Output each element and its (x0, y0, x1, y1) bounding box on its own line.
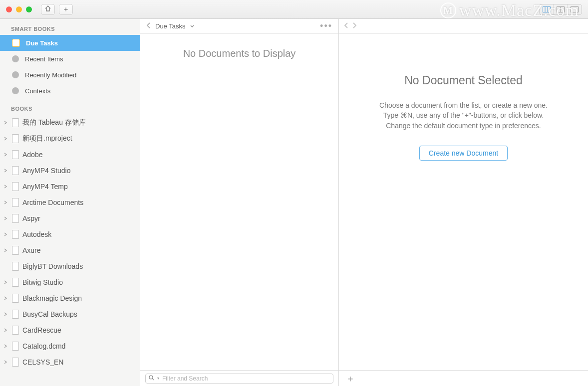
disclosure-triangle-icon[interactable] (3, 360, 8, 365)
sidebar: SMART BOOKS Due TasksRecent ItemsRecentl… (0, 19, 140, 386)
sidebar-smartbook-item[interactable]: Contexts (0, 83, 140, 99)
sidebar-book-item[interactable]: Adobe (0, 147, 140, 163)
detail-forward-button[interactable] (352, 22, 357, 31)
sidebar-item-label: Adobe (22, 151, 42, 159)
disclosure-triangle-icon[interactable] (3, 296, 8, 301)
chevron-down-icon[interactable] (190, 24, 194, 29)
main-content: SMART BOOKS Due TasksRecent ItemsRecentl… (0, 19, 588, 386)
document-icon (12, 326, 19, 335)
disclosure-triangle-icon[interactable] (3, 232, 8, 237)
sidebar-smartbook-item[interactable]: Recent Items (0, 51, 140, 67)
svg-rect-5 (571, 6, 579, 12)
more-options-button[interactable]: ••• (320, 21, 332, 31)
sidebar-book-item[interactable]: 我的 Tableau 存储库 (0, 115, 140, 131)
document-icon (12, 134, 19, 143)
sidebar-smartbook-item[interactable]: Due Tasks (0, 35, 140, 51)
search-input[interactable] (162, 375, 330, 382)
detail-help-line-1: Choose a document from the list, or crea… (379, 100, 548, 110)
sidebar-book-item[interactable]: CELSYS_EN (0, 354, 140, 370)
disclosure-triangle-icon[interactable] (3, 200, 8, 205)
sidebar-item-label: CardRescue (22, 326, 61, 334)
detail-back-button[interactable] (344, 22, 349, 31)
sidebar-item-label: Autodesk (22, 230, 51, 238)
empty-list-message: No Documents to Display (183, 48, 296, 59)
sidebar-book-item[interactable]: Blackmagic Design (0, 290, 140, 306)
sidebar-item-label: Blackmagic Design (22, 294, 82, 302)
document-icon (12, 262, 19, 271)
circle-icon (12, 87, 19, 94)
due-tasks-icon (12, 39, 20, 47)
sidebar-item-label: BiglyBT Downloads (22, 262, 83, 270)
document-list-title[interactable]: Due Tasks (155, 22, 185, 30)
sidebar-item-label: Due Tasks (26, 39, 58, 47)
circle-icon (12, 55, 19, 62)
create-document-button[interactable]: Create new Document (419, 146, 508, 161)
sidebar-item-label: Recently Modified (25, 71, 76, 79)
detail-help-line-3: Change the default document type in pref… (386, 121, 541, 131)
sidebar-book-item[interactable]: Autodesk (0, 226, 140, 242)
search-box[interactable]: ▾ (145, 374, 333, 384)
document-icon (12, 246, 19, 255)
detail-body: No Document Selected Choose a document f… (339, 34, 588, 370)
disclosure-triangle-icon[interactable] (3, 312, 8, 317)
document-icon (12, 150, 19, 159)
sidebar-smartbook-item[interactable]: Recently Modified (0, 67, 140, 83)
sidebar-item-label: Catalog.dcmd (22, 342, 65, 350)
disclosure-triangle-icon[interactable] (3, 328, 8, 333)
document-list-header: Due Tasks ••• (140, 19, 338, 34)
view-mode-two-pane[interactable] (554, 4, 568, 14)
close-window-button[interactable] (6, 6, 12, 12)
sidebar-item-label: Bitwig Studio (22, 278, 63, 286)
sidebar-book-item[interactable]: BusyCal Backups (0, 306, 140, 322)
sidebar-book-item[interactable]: Bitwig Studio (0, 274, 140, 290)
detail-help-line-2: Type ⌘N, use any of the "+"-buttons, or … (383, 110, 544, 120)
plus-icon: ＋ (62, 5, 69, 14)
window-titlebar: ＋ (0, 0, 588, 19)
sidebar-book-item[interactable]: AnyMP4 Temp (0, 179, 140, 194)
sidebar-book-item[interactable]: Catalog.dcmd (0, 338, 140, 354)
sidebar-item-label: Arctime Documents (22, 198, 83, 206)
document-icon (12, 294, 19, 303)
circle-icon (12, 71, 19, 78)
home-button[interactable] (41, 4, 55, 15)
document-list-footer: ▾ (140, 370, 338, 386)
sidebar-book-item[interactable]: 新项目.mproject (0, 131, 140, 147)
document-list-pane: Due Tasks ••• No Documents to Display ▾ (140, 19, 339, 386)
sidebar-book-item[interactable]: Arctime Documents (0, 194, 140, 210)
document-icon (12, 342, 19, 351)
sidebar-item-label: BusyCal Backups (22, 310, 77, 318)
disclosure-triangle-icon[interactable] (3, 280, 8, 285)
document-icon (12, 166, 19, 175)
disclosure-triangle-icon[interactable] (3, 136, 8, 142)
sidebar-item-label: Aspyr (22, 214, 40, 222)
document-list-body: No Documents to Display (140, 34, 338, 370)
sidebar-book-item[interactable]: AnyMP4 Studio (0, 163, 140, 179)
view-mode-three-pane[interactable] (540, 4, 554, 14)
sidebar-book-item[interactable]: Aspyr (0, 210, 140, 226)
disclosure-triangle-icon[interactable] (3, 184, 8, 190)
minimize-window-button[interactable] (16, 6, 22, 12)
disclosure-triangle-icon[interactable] (3, 168, 8, 174)
maximize-window-button[interactable] (26, 6, 32, 12)
disclosure-triangle-icon[interactable] (3, 248, 8, 253)
sidebar-book-item[interactable]: BiglyBT Downloads (0, 258, 140, 274)
disclosure-triangle-icon[interactable] (3, 216, 8, 221)
sidebar-book-item[interactable]: CardRescue (0, 322, 140, 338)
add-button[interactable]: ＋ (346, 373, 355, 385)
sidebar-item-label: Recent Items (25, 55, 63, 63)
sidebar-item-label: AnyMP4 Temp (22, 183, 68, 191)
back-button[interactable] (146, 22, 151, 31)
sidebar-item-label: 新项目.mproject (22, 134, 72, 143)
view-mode-single-pane[interactable] (568, 4, 582, 14)
svg-rect-0 (543, 6, 550, 12)
disclosure-triangle-icon[interactable] (3, 152, 8, 158)
sidebar-book-item[interactable]: Axure (0, 242, 140, 258)
sidebar-item-label: AnyMP4 Studio (22, 167, 71, 175)
search-icon (149, 375, 154, 382)
new-tab-button[interactable]: ＋ (59, 4, 73, 15)
search-dropdown-icon[interactable]: ▾ (157, 376, 159, 381)
disclosure-triangle-icon[interactable] (3, 344, 8, 349)
svg-point-6 (149, 376, 153, 379)
disclosure-triangle-icon[interactable] (3, 120, 8, 126)
document-icon (12, 198, 19, 207)
